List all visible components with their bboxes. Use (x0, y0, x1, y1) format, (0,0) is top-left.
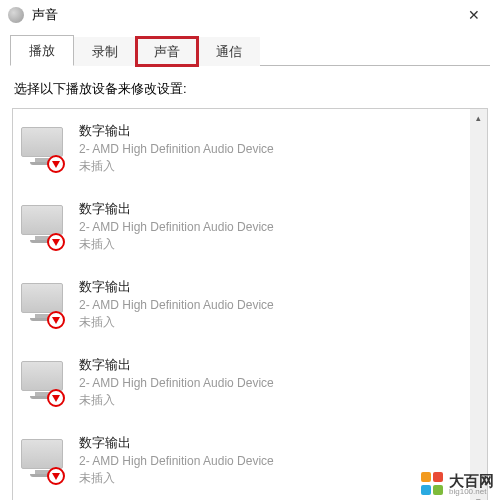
tab-recording[interactable]: 录制 (74, 37, 136, 66)
device-items: 数字输出2- AMD High Definition Audio Device未… (13, 109, 487, 500)
device-item[interactable]: 数字输出2- AMD High Definition Audio Device未… (13, 343, 470, 421)
monitor-icon (17, 125, 69, 171)
device-text: 数字输出2- AMD High Definition Audio Device未… (79, 356, 274, 409)
device-text: 数字输出2- AMD High Definition Audio Device未… (79, 278, 274, 331)
device-list: 数字输出2- AMD High Definition Audio Device未… (12, 108, 488, 500)
device-text: 数字输出2- AMD High Definition Audio Device未… (79, 122, 274, 175)
device-name: 数字输出 (79, 356, 274, 374)
unplugged-badge-icon (47, 311, 65, 329)
device-name: 数字输出 (79, 434, 274, 452)
device-item[interactable]: 数字输出2- AMD High Definition Audio Device未… (13, 109, 470, 187)
tab-sounds[interactable]: 声音 (136, 37, 198, 66)
device-status: 未插入 (79, 470, 274, 487)
monitor-icon (17, 281, 69, 327)
device-desc: 2- AMD High Definition Audio Device (79, 298, 274, 312)
device-name: 数字输出 (79, 278, 274, 296)
monitor-icon (17, 437, 69, 483)
device-desc: 2- AMD High Definition Audio Device (79, 376, 274, 390)
window-title: 声音 (32, 6, 58, 24)
device-item[interactable]: 数字输出2- AMD High Definition Audio Device未… (13, 265, 470, 343)
unplugged-badge-icon (47, 389, 65, 407)
device-text: 数字输出2- AMD High Definition Audio Device未… (79, 434, 274, 487)
tab-playback[interactable]: 播放 (10, 35, 74, 66)
unplugged-badge-icon (47, 233, 65, 251)
device-name: 数字输出 (79, 200, 274, 218)
device-status: 未插入 (79, 392, 274, 409)
tab-communications[interactable]: 通信 (198, 37, 260, 66)
device-desc: 2- AMD High Definition Audio Device (79, 220, 274, 234)
device-name: 数字输出 (79, 122, 274, 140)
tab-bar: 播放 录制 声音 通信 (10, 36, 490, 66)
device-text: 数字输出2- AMD High Definition Audio Device未… (79, 200, 274, 253)
dialog-content: 播放 录制 声音 通信 选择以下播放设备来修改设置: 数字输出2- AMD Hi… (0, 30, 500, 500)
scroll-up-icon[interactable]: ▴ (470, 109, 487, 126)
watermark: 大百网 big100.net (421, 472, 494, 496)
device-item[interactable]: 数字输出2- AMD High Definition Audio Device未… (13, 421, 470, 499)
watermark-brand: 大百网 (449, 473, 494, 488)
instruction-text: 选择以下播放设备来修改设置: (10, 66, 490, 108)
unplugged-badge-icon (47, 155, 65, 173)
device-status: 未插入 (79, 158, 274, 175)
scrollbar[interactable]: ▴ ▾ (470, 109, 487, 500)
titlebar: 声音 ✕ (0, 0, 500, 30)
device-desc: 2- AMD High Definition Audio Device (79, 454, 274, 468)
device-status: 未插入 (79, 236, 274, 253)
unplugged-badge-icon (47, 467, 65, 485)
monitor-icon (17, 359, 69, 405)
sound-icon (8, 7, 24, 23)
close-button[interactable]: ✕ (452, 0, 496, 30)
watermark-logo-icon (421, 472, 445, 496)
device-item[interactable]: 数字输出2- AMD High Definition Audio Device未… (13, 187, 470, 265)
watermark-url: big100.net (449, 488, 494, 496)
monitor-icon (17, 203, 69, 249)
device-desc: 2- AMD High Definition Audio Device (79, 142, 274, 156)
device-status: 未插入 (79, 314, 274, 331)
